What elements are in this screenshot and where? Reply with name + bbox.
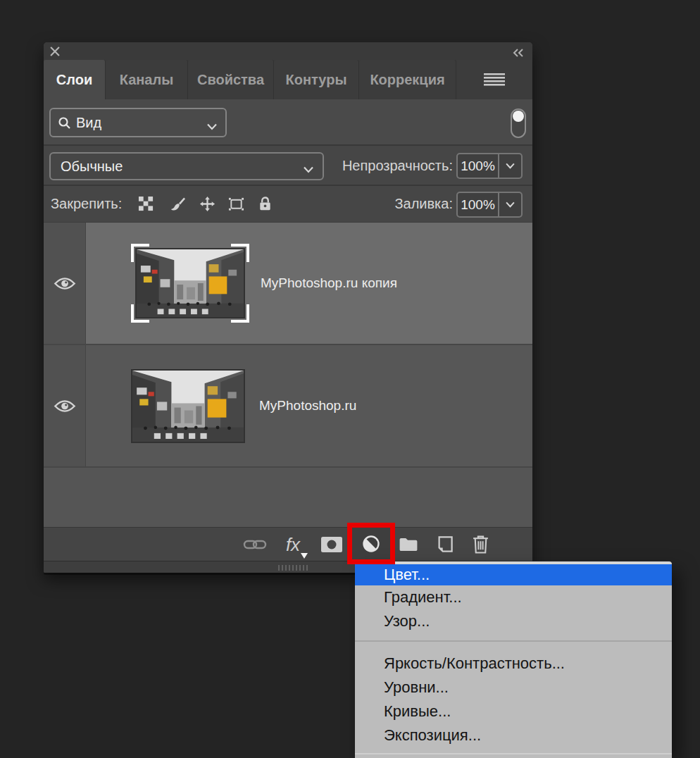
- eye-icon: [54, 276, 76, 291]
- menu-item-exposure[interactable]: Экспозиция...: [355, 723, 672, 747]
- lock-label: Закрепить:: [51, 186, 122, 222]
- lock-all-icon[interactable]: [257, 196, 273, 212]
- new-group-button[interactable]: [398, 528, 419, 561]
- tab-label: Коррекция: [370, 72, 444, 88]
- panel-menu-button[interactable]: [456, 60, 532, 99]
- chevron-down-icon: [505, 201, 515, 208]
- chevron-down-icon: [206, 120, 218, 133]
- folder-icon: [399, 537, 418, 552]
- add-layer-mask-button[interactable]: [320, 528, 343, 561]
- menu-separator: [355, 633, 672, 652]
- chevron-down-icon: [303, 163, 314, 176]
- layer-row-body: MyPhotoshop.ru копия: [86, 223, 532, 344]
- layer-thumbnail[interactable]: [131, 369, 245, 443]
- layer-thumbnail[interactable]: [131, 244, 249, 323]
- layers-toolbar: fx: [44, 527, 532, 561]
- tab-properties[interactable]: Свойства: [188, 60, 274, 99]
- opacity-input[interactable]: 100%: [456, 153, 499, 179]
- selection-bracket: [131, 244, 149, 262]
- menu-item-solid-color[interactable]: Цвет...: [355, 564, 672, 585]
- lock-row: Закрепить: Заливка: 100%: [44, 185, 532, 222]
- chevron-down-icon: [505, 163, 515, 169]
- selection-bracket: [231, 244, 249, 262]
- thumbnail-image: [131, 369, 245, 443]
- link-layers-button[interactable]: [243, 528, 267, 561]
- annotation-red-box: [347, 523, 395, 564]
- resize-grip-icon: [278, 565, 309, 571]
- lock-pixels-icon[interactable]: [170, 196, 186, 212]
- layer-mask-icon: [321, 537, 342, 552]
- menu-separator: [355, 753, 672, 754]
- menu-spacer: [355, 747, 672, 753]
- layers-list: MyPhotoshop.ru копия: [44, 222, 532, 527]
- close-icon[interactable]: [50, 46, 60, 56]
- tab-label: Каналы: [120, 72, 174, 88]
- tab-layers[interactable]: Слои: [44, 60, 106, 99]
- lock-position-icon[interactable]: [199, 196, 215, 212]
- tab-adjustments[interactable]: Коррекция: [359, 60, 456, 99]
- search-icon: [58, 116, 71, 130]
- fill-input[interactable]: 100%: [456, 192, 499, 218]
- layer-row-original[interactable]: MyPhotoshop.ru: [44, 345, 532, 468]
- layer-row-copy[interactable]: MyPhotoshop.ru копия: [44, 223, 532, 345]
- layer-name: MyPhotoshop.ru: [259, 345, 356, 466]
- eye-icon: [54, 399, 76, 414]
- selection-bracket: [131, 304, 149, 323]
- opacity-label: Непрозрачность:: [342, 146, 453, 186]
- menu-item-curves[interactable]: Кривые...: [355, 700, 672, 723]
- menu-item-gradient[interactable]: Градиент...: [355, 585, 672, 609]
- visibility-toggle[interactable]: [44, 345, 86, 466]
- trash-icon: [472, 535, 489, 554]
- fx-icon: fx: [286, 535, 300, 554]
- delete-layer-button[interactable]: [469, 528, 492, 561]
- filter-row: Вид T: [44, 99, 532, 144]
- fill-label: Заливка:: [394, 186, 453, 222]
- tab-paths[interactable]: Контуры: [274, 60, 359, 99]
- menu-item-levels[interactable]: Уровни...: [355, 676, 672, 700]
- new-layer-icon: [435, 535, 454, 554]
- filter-kind-select[interactable]: Вид: [49, 108, 227, 137]
- tab-label: Слои: [56, 72, 92, 88]
- link-icon: [243, 538, 267, 552]
- layer-row-body: MyPhotoshop.ru: [86, 345, 532, 466]
- new-layer-button[interactable]: [434, 528, 455, 561]
- collapse-panel-icon[interactable]: [511, 47, 525, 56]
- selection-bracket: [231, 304, 249, 323]
- visibility-toggle[interactable]: [44, 223, 86, 344]
- hamburger-icon: [484, 73, 505, 86]
- blend-mode-value: Обычные: [61, 159, 123, 175]
- lock-artboard-icon[interactable]: [228, 196, 244, 212]
- desktop: { "colors": { "canvas_bg": "#242424", "p…: [0, 0, 700, 758]
- opacity-dropdown-button[interactable]: [499, 153, 523, 179]
- blend-mode-select[interactable]: Обычные: [49, 152, 324, 180]
- tab-label: Контуры: [286, 72, 347, 88]
- tab-label: Свойства: [197, 72, 264, 88]
- mouse-cursor: [301, 553, 308, 559]
- layers-panel: Слои Каналы Свойства Контуры Коррекция В…: [44, 42, 532, 573]
- tab-channels[interactable]: Каналы: [106, 60, 188, 99]
- layer-name: MyPhotoshop.ru копия: [261, 223, 397, 344]
- blend-row: Обычные Непрозрачность: 100%: [44, 144, 532, 185]
- filter-kind-value: Вид: [76, 115, 101, 131]
- toggle-knob: [513, 111, 524, 122]
- menu-item-brightness-contrast[interactable]: Яркость/Контрастность...: [355, 652, 672, 676]
- adjustment-layer-menu: Цвет... Градиент... Узор... Яркость/Конт…: [355, 561, 672, 758]
- layer-filtering-toggle[interactable]: [511, 108, 526, 138]
- thumbnail-image: [135, 248, 245, 318]
- lock-transparency-icon[interactable]: [138, 196, 154, 212]
- fill-dropdown-button[interactable]: [499, 192, 523, 218]
- panel-tabbar: Слои Каналы Свойства Контуры Коррекция: [44, 60, 532, 99]
- panel-titlebar: [44, 42, 532, 60]
- menu-item-pattern[interactable]: Узор...: [355, 609, 672, 633]
